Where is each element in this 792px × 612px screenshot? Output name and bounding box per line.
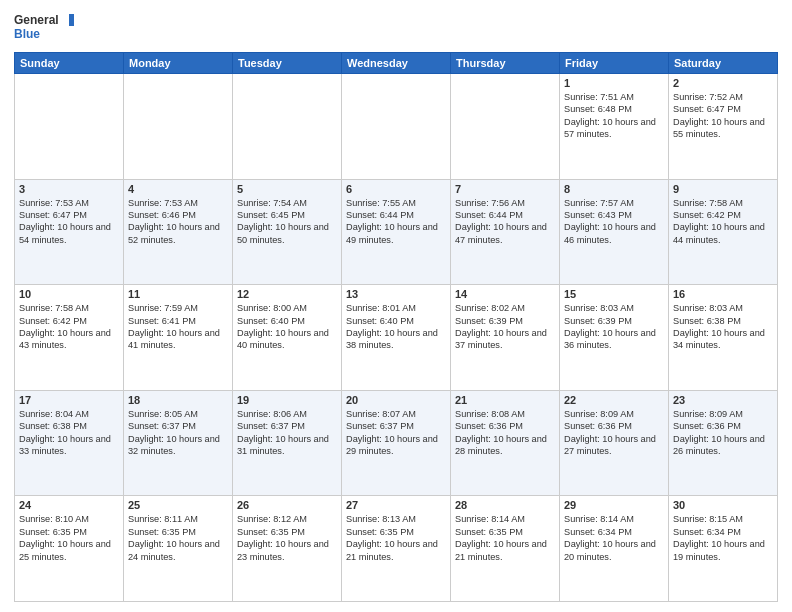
calendar-cell: 30Sunrise: 8:15 AM Sunset: 6:34 PM Dayli… xyxy=(669,496,778,602)
day-details: Sunrise: 8:07 AM Sunset: 6:37 PM Dayligh… xyxy=(346,408,446,458)
day-number: 12 xyxy=(237,288,337,300)
calendar-cell: 28Sunrise: 8:14 AM Sunset: 6:35 PM Dayli… xyxy=(451,496,560,602)
calendar-week-row: 1Sunrise: 7:51 AM Sunset: 6:48 PM Daylig… xyxy=(15,74,778,180)
day-number: 10 xyxy=(19,288,119,300)
day-number: 30 xyxy=(673,499,773,511)
day-details: Sunrise: 8:14 AM Sunset: 6:35 PM Dayligh… xyxy=(455,513,555,563)
calendar-cell: 23Sunrise: 8:09 AM Sunset: 6:36 PM Dayli… xyxy=(669,390,778,496)
calendar-cell xyxy=(233,74,342,180)
day-number: 24 xyxy=(19,499,119,511)
day-number: 21 xyxy=(455,394,555,406)
day-details: Sunrise: 8:15 AM Sunset: 6:34 PM Dayligh… xyxy=(673,513,773,563)
day-details: Sunrise: 8:08 AM Sunset: 6:36 PM Dayligh… xyxy=(455,408,555,458)
day-details: Sunrise: 7:56 AM Sunset: 6:44 PM Dayligh… xyxy=(455,197,555,247)
day-of-week-header: Wednesday xyxy=(342,53,451,74)
day-number: 2 xyxy=(673,77,773,89)
day-details: Sunrise: 7:51 AM Sunset: 6:48 PM Dayligh… xyxy=(564,91,664,141)
day-details: Sunrise: 8:14 AM Sunset: 6:34 PM Dayligh… xyxy=(564,513,664,563)
day-details: Sunrise: 8:05 AM Sunset: 6:37 PM Dayligh… xyxy=(128,408,228,458)
calendar-header-row: SundayMondayTuesdayWednesdayThursdayFrid… xyxy=(15,53,778,74)
day-details: Sunrise: 8:01 AM Sunset: 6:40 PM Dayligh… xyxy=(346,302,446,352)
day-number: 14 xyxy=(455,288,555,300)
day-number: 5 xyxy=(237,183,337,195)
calendar-cell: 6Sunrise: 7:55 AM Sunset: 6:44 PM Daylig… xyxy=(342,179,451,285)
calendar-cell: 11Sunrise: 7:59 AM Sunset: 6:41 PM Dayli… xyxy=(124,285,233,391)
calendar-cell: 16Sunrise: 8:03 AM Sunset: 6:38 PM Dayli… xyxy=(669,285,778,391)
calendar-cell: 1Sunrise: 7:51 AM Sunset: 6:48 PM Daylig… xyxy=(560,74,669,180)
day-number: 7 xyxy=(455,183,555,195)
day-number: 11 xyxy=(128,288,228,300)
calendar-cell: 8Sunrise: 7:57 AM Sunset: 6:43 PM Daylig… xyxy=(560,179,669,285)
day-details: Sunrise: 7:53 AM Sunset: 6:46 PM Dayligh… xyxy=(128,197,228,247)
calendar-week-row: 24Sunrise: 8:10 AM Sunset: 6:35 PM Dayli… xyxy=(15,496,778,602)
calendar-cell: 21Sunrise: 8:08 AM Sunset: 6:36 PM Dayli… xyxy=(451,390,560,496)
svg-text:General: General xyxy=(14,13,59,27)
calendar-cell: 14Sunrise: 8:02 AM Sunset: 6:39 PM Dayli… xyxy=(451,285,560,391)
day-number: 1 xyxy=(564,77,664,89)
day-number: 4 xyxy=(128,183,228,195)
calendar-cell: 4Sunrise: 7:53 AM Sunset: 6:46 PM Daylig… xyxy=(124,179,233,285)
calendar-table: SundayMondayTuesdayWednesdayThursdayFrid… xyxy=(14,52,778,602)
day-number: 18 xyxy=(128,394,228,406)
day-details: Sunrise: 8:04 AM Sunset: 6:38 PM Dayligh… xyxy=(19,408,119,458)
calendar-cell xyxy=(451,74,560,180)
day-number: 22 xyxy=(564,394,664,406)
day-number: 13 xyxy=(346,288,446,300)
calendar-cell: 29Sunrise: 8:14 AM Sunset: 6:34 PM Dayli… xyxy=(560,496,669,602)
day-details: Sunrise: 8:13 AM Sunset: 6:35 PM Dayligh… xyxy=(346,513,446,563)
calendar-cell: 10Sunrise: 7:58 AM Sunset: 6:42 PM Dayli… xyxy=(15,285,124,391)
calendar-cell: 26Sunrise: 8:12 AM Sunset: 6:35 PM Dayli… xyxy=(233,496,342,602)
day-number: 3 xyxy=(19,183,119,195)
day-number: 19 xyxy=(237,394,337,406)
page: General Blue SundayMondayTuesdayWednesda… xyxy=(0,0,792,612)
day-number: 20 xyxy=(346,394,446,406)
day-number: 6 xyxy=(346,183,446,195)
day-details: Sunrise: 7:57 AM Sunset: 6:43 PM Dayligh… xyxy=(564,197,664,247)
header: General Blue xyxy=(14,10,778,46)
calendar-cell: 13Sunrise: 8:01 AM Sunset: 6:40 PM Dayli… xyxy=(342,285,451,391)
calendar-cell: 22Sunrise: 8:09 AM Sunset: 6:36 PM Dayli… xyxy=(560,390,669,496)
day-details: Sunrise: 8:00 AM Sunset: 6:40 PM Dayligh… xyxy=(237,302,337,352)
day-details: Sunrise: 8:10 AM Sunset: 6:35 PM Dayligh… xyxy=(19,513,119,563)
day-details: Sunrise: 8:09 AM Sunset: 6:36 PM Dayligh… xyxy=(673,408,773,458)
calendar-cell xyxy=(15,74,124,180)
day-number: 28 xyxy=(455,499,555,511)
calendar-cell: 20Sunrise: 8:07 AM Sunset: 6:37 PM Dayli… xyxy=(342,390,451,496)
calendar-cell: 12Sunrise: 8:00 AM Sunset: 6:40 PM Dayli… xyxy=(233,285,342,391)
day-number: 15 xyxy=(564,288,664,300)
day-number: 25 xyxy=(128,499,228,511)
day-details: Sunrise: 7:53 AM Sunset: 6:47 PM Dayligh… xyxy=(19,197,119,247)
day-details: Sunrise: 7:58 AM Sunset: 6:42 PM Dayligh… xyxy=(19,302,119,352)
day-number: 16 xyxy=(673,288,773,300)
day-number: 27 xyxy=(346,499,446,511)
calendar-cell: 18Sunrise: 8:05 AM Sunset: 6:37 PM Dayli… xyxy=(124,390,233,496)
day-details: Sunrise: 7:54 AM Sunset: 6:45 PM Dayligh… xyxy=(237,197,337,247)
calendar-cell: 2Sunrise: 7:52 AM Sunset: 6:47 PM Daylig… xyxy=(669,74,778,180)
calendar-week-row: 3Sunrise: 7:53 AM Sunset: 6:47 PM Daylig… xyxy=(15,179,778,285)
logo: General Blue xyxy=(14,10,74,46)
calendar-cell: 5Sunrise: 7:54 AM Sunset: 6:45 PM Daylig… xyxy=(233,179,342,285)
day-of-week-header: Sunday xyxy=(15,53,124,74)
day-of-week-header: Friday xyxy=(560,53,669,74)
day-number: 8 xyxy=(564,183,664,195)
day-number: 9 xyxy=(673,183,773,195)
day-details: Sunrise: 7:52 AM Sunset: 6:47 PM Dayligh… xyxy=(673,91,773,141)
calendar-cell xyxy=(342,74,451,180)
day-number: 26 xyxy=(237,499,337,511)
logo-svg: General Blue xyxy=(14,10,74,46)
calendar-week-row: 17Sunrise: 8:04 AM Sunset: 6:38 PM Dayli… xyxy=(15,390,778,496)
day-number: 23 xyxy=(673,394,773,406)
day-details: Sunrise: 8:12 AM Sunset: 6:35 PM Dayligh… xyxy=(237,513,337,563)
day-of-week-header: Monday xyxy=(124,53,233,74)
calendar-cell: 3Sunrise: 7:53 AM Sunset: 6:47 PM Daylig… xyxy=(15,179,124,285)
day-details: Sunrise: 8:03 AM Sunset: 6:38 PM Dayligh… xyxy=(673,302,773,352)
day-details: Sunrise: 8:09 AM Sunset: 6:36 PM Dayligh… xyxy=(564,408,664,458)
svg-text:Blue: Blue xyxy=(14,27,40,41)
calendar-week-row: 10Sunrise: 7:58 AM Sunset: 6:42 PM Dayli… xyxy=(15,285,778,391)
svg-marker-2 xyxy=(69,14,74,26)
calendar-cell xyxy=(124,74,233,180)
calendar-cell: 9Sunrise: 7:58 AM Sunset: 6:42 PM Daylig… xyxy=(669,179,778,285)
calendar-cell: 19Sunrise: 8:06 AM Sunset: 6:37 PM Dayli… xyxy=(233,390,342,496)
calendar-cell: 25Sunrise: 8:11 AM Sunset: 6:35 PM Dayli… xyxy=(124,496,233,602)
calendar-cell: 27Sunrise: 8:13 AM Sunset: 6:35 PM Dayli… xyxy=(342,496,451,602)
